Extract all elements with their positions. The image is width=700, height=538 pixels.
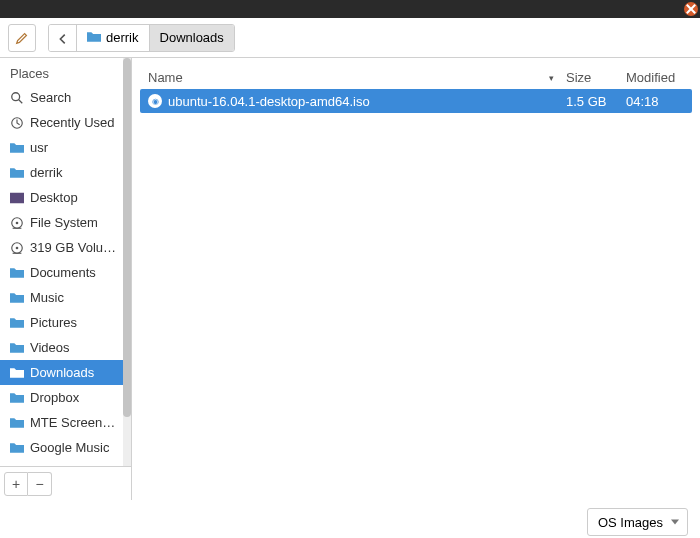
sidebar-item-label: 319 GB Volume <box>30 240 121 255</box>
remove-bookmark-button[interactable]: − <box>28 472 52 496</box>
breadcrumb-segment[interactable]: Downloads <box>150 25 234 51</box>
toolbar: derrikDownloads <box>0 18 700 58</box>
sidebar-item-label: Documents <box>30 265 96 280</box>
folder-icon <box>10 342 24 353</box>
sidebar-item[interactable]: Dropbox <box>0 385 131 410</box>
sidebar-item-label: Downloads <box>30 365 94 380</box>
sidebar-item[interactable]: Documents <box>0 260 131 285</box>
sidebar-item[interactable]: derrik <box>0 160 131 185</box>
column-modified-header[interactable]: Modified <box>626 70 684 85</box>
breadcrumb-back-button[interactable] <box>49 25 77 52</box>
sidebar-item[interactable]: File System <box>0 210 131 235</box>
folder-icon <box>10 291 24 305</box>
sidebar-item-label: Dropbox <box>30 390 79 405</box>
folder-icon <box>10 441 24 455</box>
file-modified: 04:18 <box>626 94 684 109</box>
sidebar-footer: + − <box>0 466 131 500</box>
sidebar-item-label: Desktop <box>30 190 78 205</box>
folder-icon <box>87 31 101 42</box>
breadcrumb: derrikDownloads <box>48 24 235 52</box>
folder-icon <box>10 392 24 403</box>
sidebar-item-label: Pictures <box>30 315 77 330</box>
sidebar-item-label: Recently Used <box>30 115 115 130</box>
file-name: ubuntu-16.04.1-desktop-amd64.iso <box>168 94 566 109</box>
column-size-header[interactable]: Size <box>566 70 626 85</box>
sidebar-header: Places <box>0 58 131 85</box>
folder-icon <box>10 266 24 280</box>
pencil-icon <box>15 31 29 45</box>
search-icon <box>10 91 24 105</box>
breadcrumb-segment[interactable]: derrik <box>77 25 150 51</box>
sidebar-item-label: Google Music <box>30 440 109 455</box>
sidebar-item[interactable]: Desktop <box>0 185 131 210</box>
breadcrumb-label: Downloads <box>160 30 224 45</box>
sidebar-item-label: Videos <box>30 340 70 355</box>
desktop-icon <box>10 191 24 205</box>
folder-icon <box>10 316 24 330</box>
svg-point-7 <box>16 221 19 224</box>
folder-icon <box>10 416 24 430</box>
desktop-icon <box>10 192 24 204</box>
folder-icon <box>10 292 24 303</box>
folder-icon <box>10 366 24 380</box>
edit-path-button[interactable] <box>8 24 36 52</box>
disc-icon: ◉ <box>148 94 162 108</box>
folder-icon <box>10 167 24 178</box>
titlebar <box>0 0 700 18</box>
search-icon <box>10 91 24 105</box>
chevron-left-icon <box>56 32 70 46</box>
folder-icon <box>10 141 24 155</box>
file-type-filter-select[interactable]: OS Images <box>587 508 688 536</box>
sidebar-item-label: File System <box>30 215 98 230</box>
svg-rect-5 <box>10 192 24 203</box>
clock-icon <box>10 116 24 130</box>
window-close-button[interactable] <box>684 2 698 16</box>
sidebar-item[interactable]: Search <box>0 85 131 110</box>
disk-icon <box>10 241 24 255</box>
column-name-header[interactable]: Name <box>148 70 183 85</box>
disk-icon <box>10 216 24 230</box>
sidebar-item-label: derrik <box>30 165 63 180</box>
sort-indicator-icon: ▾ <box>549 73 566 83</box>
file-size: 1.5 GB <box>566 94 626 109</box>
folder-icon <box>10 142 24 153</box>
folder-icon <box>10 367 24 378</box>
sidebar-item[interactable]: Music <box>0 285 131 310</box>
sidebar-item-label: Search <box>30 90 71 105</box>
folder-icon <box>10 317 24 328</box>
file-type-filter-value: OS Images <box>598 515 663 530</box>
sidebar-scrollbar-thumb[interactable] <box>123 58 131 417</box>
sidebar-item[interactable]: usr <box>0 135 131 160</box>
sidebar: Places SearchRecently UsedusrderrikDeskt… <box>0 58 132 500</box>
disk-icon <box>10 241 24 255</box>
sidebar-item[interactable]: Google Music <box>0 435 131 460</box>
sidebar-item-label: usr <box>30 140 48 155</box>
file-pane: Name ▾ Size Modified ◉ubuntu-16.04.1-des… <box>132 58 700 500</box>
breadcrumb-label: derrik <box>106 30 139 45</box>
file-row[interactable]: ◉ubuntu-16.04.1-desktop-amd64.iso1.5 GB0… <box>140 89 692 113</box>
folder-icon <box>10 166 24 180</box>
bottom-bar: OS Images Cancel Open <box>0 500 700 538</box>
sidebar-item[interactable]: MTE Screensh... <box>0 410 131 435</box>
main-area: Places SearchRecently UsedusrderrikDeskt… <box>0 58 700 500</box>
folder-icon <box>10 341 24 355</box>
sidebar-scrollbar-track[interactable] <box>123 58 131 466</box>
folder-icon <box>10 417 24 428</box>
sidebar-item[interactable]: Pictures <box>0 310 131 335</box>
file-list[interactable]: ◉ubuntu-16.04.1-desktop-amd64.iso1.5 GB0… <box>140 89 692 500</box>
sidebar-item[interactable]: Downloads <box>0 360 131 385</box>
file-columns-header: Name ▾ Size Modified <box>140 66 692 89</box>
folder-icon <box>10 391 24 405</box>
sidebar-item-label: MTE Screensh... <box>30 415 121 430</box>
sidebar-item-label: Music <box>30 290 64 305</box>
folder-icon <box>10 442 24 453</box>
sidebar-item[interactable]: Recently Used <box>0 110 131 135</box>
svg-point-10 <box>16 246 19 249</box>
clock-icon <box>10 116 24 130</box>
disk-icon <box>10 216 24 230</box>
sidebar-item[interactable]: 319 GB Volume <box>0 235 131 260</box>
add-bookmark-button[interactable]: + <box>4 472 28 496</box>
folder-icon <box>10 267 24 278</box>
sidebar-item[interactable]: Videos <box>0 335 131 360</box>
svg-point-2 <box>12 92 20 100</box>
